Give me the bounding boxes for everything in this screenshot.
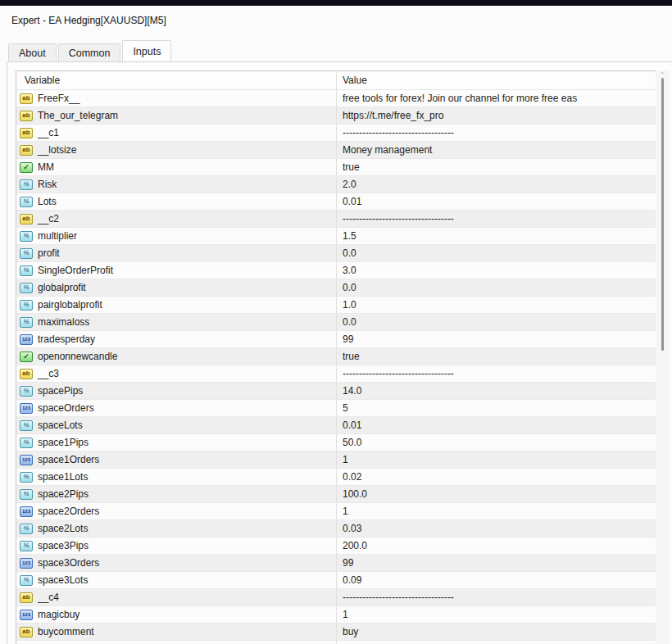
value-cell[interactable]: 0.01 xyxy=(336,417,656,433)
tab-common[interactable]: Common xyxy=(58,43,121,61)
value-cell[interactable]: 99 xyxy=(336,555,656,571)
tab-inputs[interactable]: Inputs xyxy=(122,40,171,61)
variable-cell: ab buycomment xyxy=(16,624,336,640)
scrollbar-thumb[interactable] xyxy=(661,78,664,351)
value-text: 99 xyxy=(343,333,353,345)
value-cell[interactable]: 3.0 xyxy=(336,262,656,279)
value-text: Money management xyxy=(343,144,432,156)
value-text: 100.0 xyxy=(343,488,367,500)
value-cell[interactable]: 1 xyxy=(336,606,656,623)
value-cell[interactable]: 0.0 xyxy=(336,314,656,330)
variable-name: space3Orders xyxy=(38,557,99,569)
tab-about[interactable]: About xyxy=(8,43,57,61)
value-cell[interactable]: 0.03 xyxy=(336,520,656,537)
table-row[interactable]: ab __c1 --------------------------------… xyxy=(16,125,656,142)
table-row[interactable]: 123 space1Orders 1 xyxy=(16,451,656,469)
table-row[interactable]: ✓ openonnewcandle true xyxy=(16,348,656,365)
table-row[interactable]: ½ maximaloss 0.0 xyxy=(16,314,656,331)
variable-name: space1Lots xyxy=(38,471,88,483)
table-row[interactable]: 123 spaceOrders 5 xyxy=(16,400,656,417)
value-cell[interactable]: 14.0 xyxy=(336,383,656,399)
table-row[interactable]: ab __c4 --------------------------------… xyxy=(16,589,656,606)
string-type-icon: ab xyxy=(20,145,33,156)
variable-name: space2Lots xyxy=(38,523,88,534)
table-row[interactable]: ½ globalprofit 0.0 xyxy=(16,279,656,297)
table-row[interactable]: ab __lotsize Money management xyxy=(16,142,656,159)
value-cell[interactable]: true xyxy=(336,159,656,175)
table-row[interactable]: ½ space1Pips 50.0 xyxy=(16,434,656,451)
variable-cell: ½ spaceLots xyxy=(16,417,336,433)
table-row[interactable]: ab __c3 --------------------------------… xyxy=(16,365,656,383)
table-row[interactable]: ✓ MM true xyxy=(16,159,656,176)
value-cell[interactable]: true xyxy=(336,348,656,365)
table-row[interactable]: ½ space2Pips 100.0 xyxy=(16,486,656,503)
table-row[interactable]: ½ space1Lots 0.02 xyxy=(16,469,656,486)
value-cell[interactable]: ---------------------------------- xyxy=(336,365,656,382)
value-cell[interactable]: 200.0 xyxy=(336,537,656,554)
value-cell[interactable]: ---------------------------------- xyxy=(336,211,656,227)
table-row[interactable]: 123 magicsell 2 xyxy=(16,641,656,644)
value-cell[interactable]: 5 xyxy=(336,400,656,416)
value-cell[interactable]: 2.0 xyxy=(336,176,656,193)
value-cell[interactable]: ---------------------------------- xyxy=(336,589,656,605)
table-row[interactable]: ½ spacePips 14.0 xyxy=(16,383,656,400)
variable-cell: 123 space2Orders xyxy=(16,503,336,519)
value-cell[interactable]: 99 xyxy=(336,331,656,347)
value-cell[interactable]: 100.0 xyxy=(336,486,656,502)
vertical-scrollbar[interactable]: ⌃ xyxy=(656,70,669,644)
variable-name: tradesperday xyxy=(38,333,95,345)
value-cell[interactable]: 0.09 xyxy=(336,572,656,588)
value-text: 0.02 xyxy=(343,471,361,483)
table-row[interactable]: ab __c2 --------------------------------… xyxy=(16,211,656,228)
table-row[interactable]: ½ space3Pips 200.0 xyxy=(16,537,656,555)
table-row[interactable]: ½ pairglobalprofit 1.0 xyxy=(16,297,656,314)
table-row[interactable]: ½ Risk 2.0 xyxy=(16,176,656,193)
column-header-variable[interactable]: Variable xyxy=(16,71,336,89)
value-cell[interactable]: Money management xyxy=(336,142,656,158)
table-row[interactable]: ½ space2Lots 0.03 xyxy=(16,520,656,537)
value-cell[interactable]: 1.5 xyxy=(336,228,656,244)
value-cell[interactable]: 0.0 xyxy=(336,245,656,261)
table-row[interactable]: ½ Lots 0.01 xyxy=(16,193,656,211)
table-row[interactable]: ab buycomment buy xyxy=(16,624,656,641)
table-row[interactable]: ab The_our_telegram https://t.me/free_fx… xyxy=(16,107,656,125)
table-row[interactable]: 123 magicbuy 1 xyxy=(16,606,656,624)
variable-name: pairglobalprofit xyxy=(38,299,102,311)
value-cell[interactable]: 2 xyxy=(336,641,656,644)
table-row[interactable]: ½ multiplier 1.5 xyxy=(16,228,656,245)
table-row[interactable]: ½ space3Lots 0.09 xyxy=(16,572,656,589)
variable-cell: ½ Lots xyxy=(16,193,336,210)
value-cell[interactable]: https://t.me/free_fx_pro xyxy=(336,107,656,124)
value-cell[interactable]: buy xyxy=(336,624,656,640)
value-cell[interactable]: 0.01 xyxy=(336,193,656,210)
table-row[interactable]: 123 space2Orders 1 xyxy=(16,503,656,520)
table-row[interactable]: ½ profit 0.0 xyxy=(16,245,656,262)
value-text: 1 xyxy=(343,506,348,517)
value-cell[interactable]: 1 xyxy=(336,503,656,519)
variable-cell: 123 space3Orders xyxy=(16,555,336,571)
table-row[interactable]: 123 tradesperday 99 xyxy=(16,331,656,348)
table-row[interactable]: ½ SingleOrderProfit 3.0 xyxy=(16,262,656,279)
variable-name: space2Pips xyxy=(38,488,89,500)
double-type-icon: ½ xyxy=(20,420,33,431)
value-cell[interactable]: 1 xyxy=(336,451,656,468)
value-cell[interactable]: 0.0 xyxy=(336,279,656,296)
value-text: 1.0 xyxy=(343,299,356,311)
value-cell[interactable]: free tools for forex! Join our channel f… xyxy=(336,90,656,107)
variable-cell: ½ globalprofit xyxy=(16,279,336,296)
value-cell[interactable]: 0.02 xyxy=(336,469,656,485)
value-cell[interactable]: 1.0 xyxy=(336,297,656,313)
variable-cell: ½ space3Lots xyxy=(16,572,336,588)
variable-cell: ab __lotsize xyxy=(16,142,336,158)
column-header-value[interactable]: Value xyxy=(336,71,656,89)
value-cell[interactable]: ---------------------------------- xyxy=(336,125,656,141)
value-text: 3.0 xyxy=(343,265,356,276)
variable-name: space1Orders xyxy=(38,454,99,465)
table-row[interactable]: ½ spaceLots 0.01 xyxy=(16,417,656,434)
double-type-icon: ½ xyxy=(20,179,33,190)
value-text: ---------------------------------- xyxy=(343,368,454,379)
table-row[interactable]: 123 space3Orders 99 xyxy=(16,555,656,572)
value-cell[interactable]: 50.0 xyxy=(336,434,656,451)
table-row[interactable]: ab FreeFx__ free tools for forex! Join o… xyxy=(16,90,656,107)
value-text: 0.09 xyxy=(343,574,361,586)
